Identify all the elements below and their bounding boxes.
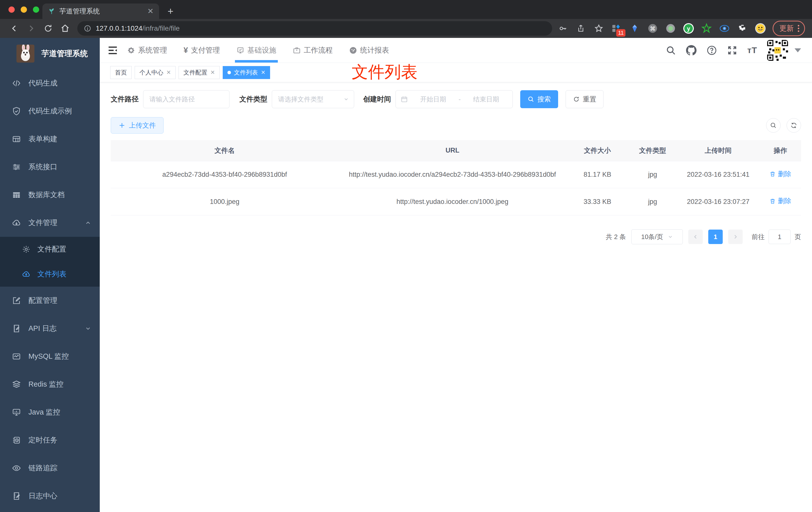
file-type-select[interactable]: 请选择文件类型 bbox=[272, 90, 354, 108]
github-icon[interactable] bbox=[686, 45, 697, 56]
tag-file-config[interactable]: 文件配置✕ bbox=[179, 66, 220, 79]
sidebar-item-api-log[interactable]: API 日志 bbox=[0, 314, 100, 342]
nav-item-infra[interactable]: 基础设施 bbox=[236, 38, 276, 63]
start-date-placeholder[interactable]: 开始日期 bbox=[412, 95, 455, 104]
window-controls[interactable] bbox=[8, 6, 39, 13]
sidebar-item-config-manage[interactable]: 配置管理 bbox=[0, 287, 100, 314]
avatar-qr[interactable] bbox=[767, 40, 788, 61]
navbar-right-tools: тT bbox=[666, 40, 801, 61]
prev-page-button[interactable] bbox=[688, 230, 703, 244]
tag-file-list[interactable]: 文件列表✕ bbox=[223, 66, 270, 79]
bookmark-star-icon[interactable] bbox=[593, 23, 605, 34]
browser-tab-strip: 芋道管理系统 ✕ + bbox=[0, 0, 812, 19]
caret-down-icon[interactable] bbox=[794, 48, 801, 52]
page-size-select[interactable]: 10条/页 bbox=[632, 229, 683, 244]
puzzle-extension-icon[interactable] bbox=[737, 23, 748, 34]
sidebar-item-file-list[interactable]: 文件列表 bbox=[0, 262, 100, 287]
nav-item-system[interactable]: 系统管理 bbox=[127, 38, 167, 63]
sidebar-item-file-manage[interactable]: 文件管理 bbox=[0, 209, 100, 237]
back-icon[interactable] bbox=[7, 21, 22, 36]
sidebar-item-code-demo[interactable]: 代码生成示例 bbox=[0, 97, 100, 125]
sidebar-item-system-api[interactable]: 系统接口 bbox=[0, 153, 100, 181]
close-icon[interactable]: ✕ bbox=[210, 69, 215, 76]
password-key-icon[interactable] bbox=[557, 23, 569, 34]
sidebar-item-trace[interactable]: 链路追踪 bbox=[0, 454, 100, 482]
browser-toolbar: 127.0.0.1:1024/infra/file/file 11 ⌘ y 更新 bbox=[0, 19, 812, 38]
search-icon[interactable] bbox=[666, 45, 676, 56]
cell-file-type: jpg bbox=[629, 188, 677, 215]
nav-item-workflow[interactable]: 工作流程 bbox=[293, 38, 333, 63]
browser-menu-icon[interactable] bbox=[798, 25, 799, 32]
search-button[interactable]: 搜索 bbox=[520, 90, 558, 108]
file-path-input[interactable] bbox=[143, 90, 229, 108]
next-page-button[interactable] bbox=[728, 230, 743, 244]
col-file-type: 文件类型 bbox=[629, 140, 677, 161]
site-info-icon[interactable] bbox=[84, 25, 91, 32]
nav-item-report[interactable]: 统计报表 bbox=[349, 38, 389, 63]
command-extension-icon[interactable]: ⌘ bbox=[647, 23, 658, 34]
forward-icon[interactable] bbox=[24, 21, 38, 36]
nav-item-payment[interactable]: ¥ 支付管理 bbox=[183, 38, 220, 63]
emoji-extension-icon[interactable] bbox=[755, 23, 766, 34]
sidebar-item-redis-monitor[interactable]: Redis 监控 bbox=[0, 370, 100, 398]
table-row: 1000.jpeg http://test.yudao.iocoder.cn/1… bbox=[111, 188, 801, 215]
delete-button[interactable]: 删除 bbox=[770, 196, 791, 206]
sidebar-item-cron-job[interactable]: 定时任务 bbox=[0, 426, 100, 454]
collapse-sidebar-icon[interactable] bbox=[107, 45, 118, 56]
table-row: a294ecb2-73dd-4353-bf40-296b8931d0bf htt… bbox=[111, 161, 801, 188]
sidebar-item-form-builder[interactable]: 表单构建 bbox=[0, 125, 100, 153]
pinned-blue-diamond-extension-icon[interactable]: 11 bbox=[611, 23, 622, 34]
sidebar-item-mysql-monitor[interactable]: MySQL 监控 bbox=[0, 342, 100, 370]
date-range-picker[interactable]: 开始日期 - 结束日期 bbox=[396, 90, 513, 108]
pagination: 共 2 条 10条/页 1 前往 页 bbox=[111, 229, 801, 244]
browser-update-button[interactable]: 更新 bbox=[773, 21, 805, 36]
question-icon[interactable] bbox=[706, 45, 717, 56]
tab-close-icon[interactable]: ✕ bbox=[147, 7, 154, 15]
share-icon[interactable] bbox=[575, 23, 586, 34]
toggle-search-button[interactable] bbox=[766, 118, 781, 132]
minimize-window-button[interactable] bbox=[21, 6, 27, 13]
blue-eye-extension-icon[interactable] bbox=[719, 23, 730, 34]
tag-profile[interactable]: 个人中心✕ bbox=[135, 66, 176, 79]
new-tab-button[interactable]: + bbox=[168, 6, 173, 17]
upload-file-button[interactable]: 上传文件 bbox=[111, 117, 164, 133]
eye-icon bbox=[12, 464, 21, 473]
sidebar-item-java-monitor[interactable]: Java 监控 bbox=[0, 398, 100, 426]
page-number-1[interactable]: 1 bbox=[708, 230, 723, 244]
green-y-extension-icon[interactable]: y bbox=[683, 23, 694, 34]
recorder-extension-icon[interactable] bbox=[665, 23, 676, 34]
cell-file-type: jpg bbox=[629, 161, 677, 188]
update-label: 更新 bbox=[779, 24, 794, 33]
font-size-icon[interactable]: тT bbox=[747, 46, 757, 55]
browser-tab[interactable]: 芋道管理系统 ✕ bbox=[42, 3, 159, 19]
goto-page-input[interactable] bbox=[768, 230, 790, 244]
zoom-window-button[interactable] bbox=[33, 6, 39, 13]
tag-home[interactable]: 首页 bbox=[110, 66, 132, 79]
sidebar-logo[interactable]: 芋道管理系统 bbox=[0, 38, 100, 69]
reset-button[interactable]: 重置 bbox=[566, 90, 604, 108]
close-icon[interactable]: ✕ bbox=[261, 69, 265, 76]
green-star-extension-icon[interactable] bbox=[701, 23, 712, 34]
address-bar[interactable]: 127.0.0.1:1024/infra/file/file bbox=[77, 21, 552, 36]
cell-upload-time: 2022-03-16 23:51:41 bbox=[677, 161, 760, 188]
delete-button[interactable]: 删除 bbox=[770, 169, 791, 179]
cell-file-name: a294ecb2-73dd-4353-bf40-296b8931d0bf bbox=[111, 161, 339, 188]
home-icon[interactable] bbox=[58, 21, 72, 36]
reload-icon[interactable] bbox=[41, 21, 55, 36]
sidebar-item-log-center[interactable]: 日志中心 bbox=[0, 482, 100, 510]
yen-icon: ¥ bbox=[183, 46, 188, 55]
close-window-button[interactable] bbox=[8, 6, 15, 13]
refresh-table-button[interactable] bbox=[787, 118, 801, 132]
fullscreen-icon[interactable] bbox=[727, 45, 737, 56]
chart-monitor-icon bbox=[12, 352, 21, 361]
filter-form: 文件路径 文件类型 请选择文件类型 创建时间 开始日期 - 结束日期 搜索 bbox=[111, 90, 801, 108]
blue-gem-extension-icon[interactable] bbox=[629, 23, 640, 34]
end-date-placeholder[interactable]: 结束日期 bbox=[465, 95, 508, 104]
sidebar-item-file-config[interactable]: 文件配置 bbox=[0, 237, 100, 262]
close-icon[interactable]: ✕ bbox=[166, 69, 171, 76]
sidebar-item-db-doc[interactable]: 数据库文档 bbox=[0, 181, 100, 209]
extension-badge: 11 bbox=[616, 29, 626, 37]
chevron-down-icon bbox=[343, 96, 349, 102]
col-file-size: 文件大小 bbox=[567, 140, 629, 161]
sidebar-item-code-gen[interactable]: 代码生成 bbox=[0, 69, 100, 97]
